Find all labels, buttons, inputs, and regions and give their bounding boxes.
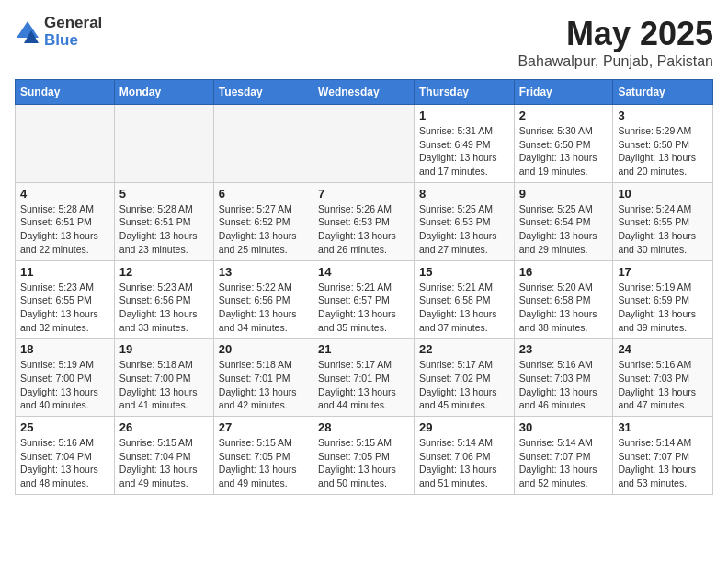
calendar-table: SundayMondayTuesdayWednesdayThursdayFrid… — [15, 79, 713, 495]
day-info: Sunrise: 5:19 AM Sunset: 7:00 PM Dayligh… — [20, 358, 109, 412]
calendar-header-monday: Monday — [114, 80, 213, 105]
logo-text: General Blue — [44, 15, 102, 49]
day-info: Sunrise: 5:26 AM Sunset: 6:53 PM Dayligh… — [318, 202, 409, 257]
day-number: 24 — [618, 342, 708, 356]
day-number: 1 — [419, 109, 509, 122]
calendar-cell: 1Sunrise: 5:31 AM Sunset: 6:49 PM Daylig… — [414, 105, 514, 183]
day-number: 21 — [318, 342, 409, 356]
calendar-cell: 19Sunrise: 5:18 AM Sunset: 7:00 PM Dayli… — [114, 339, 213, 417]
calendar-week-3: 11Sunrise: 5:23 AM Sunset: 6:55 PM Dayli… — [16, 260, 713, 339]
day-info: Sunrise: 5:24 AM Sunset: 6:55 PM Dayligh… — [618, 202, 708, 257]
calendar-cell: 5Sunrise: 5:28 AM Sunset: 6:51 PM Daylig… — [114, 182, 213, 260]
day-info: Sunrise: 5:18 AM Sunset: 7:01 PM Dayligh… — [219, 358, 308, 412]
day-number: 30 — [519, 420, 609, 434]
day-info: Sunrise: 5:15 AM Sunset: 7:05 PM Dayligh… — [219, 436, 308, 490]
day-number: 27 — [219, 420, 308, 434]
day-number: 25 — [20, 420, 109, 434]
calendar-cell: 11Sunrise: 5:23 AM Sunset: 6:55 PM Dayli… — [16, 260, 115, 339]
day-number: 23 — [519, 342, 609, 356]
day-info: Sunrise: 5:31 AM Sunset: 6:49 PM Dayligh… — [419, 124, 509, 178]
logo-general-text: General — [44, 15, 102, 32]
day-info: Sunrise: 5:14 AM Sunset: 7:07 PM Dayligh… — [618, 436, 708, 490]
calendar-cell: 21Sunrise: 5:17 AM Sunset: 7:01 PM Dayli… — [313, 339, 415, 417]
day-number: 18 — [20, 342, 109, 356]
day-number: 28 — [318, 420, 409, 434]
day-number: 16 — [519, 265, 609, 279]
day-info: Sunrise: 5:28 AM Sunset: 6:51 PM Dayligh… — [119, 202, 209, 257]
day-info: Sunrise: 5:15 AM Sunset: 7:05 PM Dayligh… — [318, 436, 409, 490]
calendar-cell: 23Sunrise: 5:16 AM Sunset: 7:03 PM Dayli… — [514, 339, 613, 417]
svg-marker-0 — [17, 21, 39, 38]
calendar-cell: 12Sunrise: 5:23 AM Sunset: 6:56 PM Dayli… — [114, 260, 213, 339]
calendar-cell: 6Sunrise: 5:27 AM Sunset: 6:52 PM Daylig… — [213, 182, 313, 260]
calendar-week-2: 4Sunrise: 5:28 AM Sunset: 6:51 PM Daylig… — [16, 182, 713, 260]
day-info: Sunrise: 5:29 AM Sunset: 6:50 PM Dayligh… — [618, 124, 708, 178]
calendar-cell: 25Sunrise: 5:16 AM Sunset: 7:04 PM Dayli… — [16, 417, 115, 495]
day-number: 8 — [419, 187, 509, 201]
day-info: Sunrise: 5:14 AM Sunset: 7:06 PM Dayligh… — [419, 436, 509, 490]
day-info: Sunrise: 5:16 AM Sunset: 7:04 PM Dayligh… — [20, 436, 109, 490]
calendar-cell: 3Sunrise: 5:29 AM Sunset: 6:50 PM Daylig… — [613, 105, 713, 183]
day-info: Sunrise: 5:16 AM Sunset: 7:03 PM Dayligh… — [618, 358, 708, 412]
day-info: Sunrise: 5:28 AM Sunset: 6:51 PM Dayligh… — [20, 202, 109, 257]
calendar-cell: 10Sunrise: 5:24 AM Sunset: 6:55 PM Dayli… — [613, 182, 713, 260]
day-info: Sunrise: 5:15 AM Sunset: 7:04 PM Dayligh… — [119, 436, 209, 490]
calendar-cell: 18Sunrise: 5:19 AM Sunset: 7:00 PM Dayli… — [16, 339, 115, 417]
day-number: 29 — [419, 420, 509, 434]
day-number: 5 — [119, 187, 209, 201]
calendar-week-5: 25Sunrise: 5:16 AM Sunset: 7:04 PM Dayli… — [16, 417, 713, 495]
day-number: 11 — [20, 265, 109, 279]
day-number: 9 — [519, 187, 609, 201]
calendar-header-saturday: Saturday — [613, 80, 713, 105]
day-number: 6 — [219, 187, 308, 201]
logo-icon — [15, 19, 40, 45]
calendar-cell: 27Sunrise: 5:15 AM Sunset: 7:05 PM Dayli… — [213, 417, 313, 495]
day-info: Sunrise: 5:25 AM Sunset: 6:54 PM Dayligh… — [519, 202, 609, 257]
calendar-cell — [313, 105, 415, 183]
day-info: Sunrise: 5:23 AM Sunset: 6:55 PM Dayligh… — [20, 281, 109, 335]
day-info: Sunrise: 5:21 AM Sunset: 6:58 PM Dayligh… — [419, 281, 509, 335]
calendar-cell: 30Sunrise: 5:14 AM Sunset: 7:07 PM Dayli… — [514, 417, 613, 495]
calendar-header-thursday: Thursday — [414, 80, 514, 105]
calendar-cell: 14Sunrise: 5:21 AM Sunset: 6:57 PM Dayli… — [313, 260, 415, 339]
day-number: 13 — [219, 265, 308, 279]
day-info: Sunrise: 5:17 AM Sunset: 7:01 PM Dayligh… — [318, 358, 409, 412]
day-info: Sunrise: 5:27 AM Sunset: 6:52 PM Dayligh… — [219, 202, 308, 257]
day-info: Sunrise: 5:16 AM Sunset: 7:03 PM Dayligh… — [519, 358, 609, 412]
subtitle: Bahawalpur, Punjab, Pakistan — [518, 53, 713, 70]
calendar-header-friday: Friday — [514, 80, 613, 105]
calendar-header-row: SundayMondayTuesdayWednesdayThursdayFrid… — [16, 80, 713, 105]
calendar-cell: 13Sunrise: 5:22 AM Sunset: 6:56 PM Dayli… — [213, 260, 313, 339]
day-info: Sunrise: 5:23 AM Sunset: 6:56 PM Dayligh… — [119, 281, 209, 335]
day-info: Sunrise: 5:18 AM Sunset: 7:00 PM Dayligh… — [119, 358, 209, 412]
day-number: 22 — [419, 342, 509, 356]
calendar-cell: 2Sunrise: 5:30 AM Sunset: 6:50 PM Daylig… — [514, 105, 613, 183]
calendar-cell: 17Sunrise: 5:19 AM Sunset: 6:59 PM Dayli… — [613, 260, 713, 339]
day-number: 10 — [618, 187, 708, 201]
calendar-cell: 24Sunrise: 5:16 AM Sunset: 7:03 PM Dayli… — [613, 339, 713, 417]
calendar-cell: 4Sunrise: 5:28 AM Sunset: 6:51 PM Daylig… — [16, 182, 115, 260]
logo-blue-text: Blue — [44, 32, 102, 50]
day-number: 31 — [618, 420, 708, 434]
calendar-header-tuesday: Tuesday — [213, 80, 313, 105]
calendar-cell: 29Sunrise: 5:14 AM Sunset: 7:06 PM Dayli… — [414, 417, 514, 495]
calendar-cell: 15Sunrise: 5:21 AM Sunset: 6:58 PM Dayli… — [414, 260, 514, 339]
calendar-header-wednesday: Wednesday — [313, 80, 415, 105]
calendar-cell — [16, 105, 115, 183]
day-number: 26 — [119, 420, 209, 434]
logo: General Blue — [15, 15, 102, 49]
title-block: May 2025 Bahawalpur, Punjab, Pakistan — [518, 15, 713, 70]
calendar-cell: 8Sunrise: 5:25 AM Sunset: 6:53 PM Daylig… — [414, 182, 514, 260]
day-info: Sunrise: 5:17 AM Sunset: 7:02 PM Dayligh… — [419, 358, 509, 412]
main-title: May 2025 — [518, 15, 713, 53]
day-info: Sunrise: 5:19 AM Sunset: 6:59 PM Dayligh… — [618, 281, 708, 335]
calendar-cell: 28Sunrise: 5:15 AM Sunset: 7:05 PM Dayli… — [313, 417, 415, 495]
calendar-cell: 16Sunrise: 5:20 AM Sunset: 6:58 PM Dayli… — [514, 260, 613, 339]
calendar-header-sunday: Sunday — [16, 80, 115, 105]
day-info: Sunrise: 5:22 AM Sunset: 6:56 PM Dayligh… — [219, 281, 308, 335]
day-number: 12 — [119, 265, 209, 279]
day-number: 7 — [318, 187, 409, 201]
day-number: 20 — [219, 342, 308, 356]
calendar-week-1: 1Sunrise: 5:31 AM Sunset: 6:49 PM Daylig… — [16, 105, 713, 183]
calendar-cell: 22Sunrise: 5:17 AM Sunset: 7:02 PM Dayli… — [414, 339, 514, 417]
